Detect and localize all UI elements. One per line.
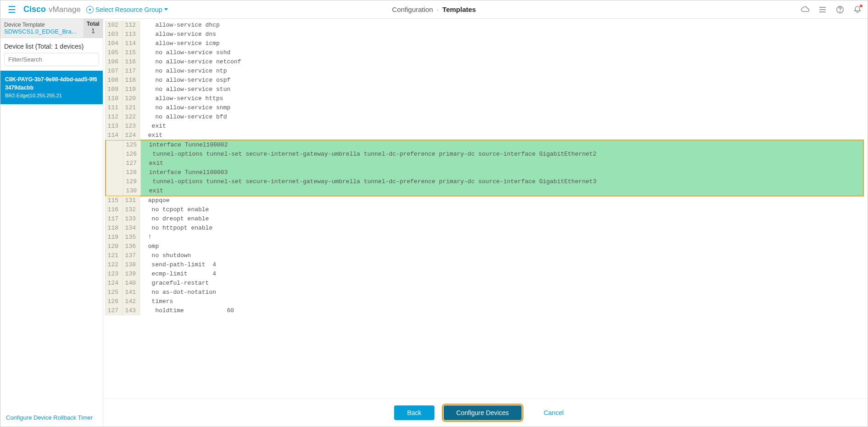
line-number-left: 116 bbox=[105, 205, 122, 214]
filter-search-input[interactable] bbox=[4, 53, 99, 66]
line-number-left: 114 bbox=[105, 131, 122, 140]
diff-code: allow-service icmp bbox=[140, 39, 864, 48]
chevron-down-icon bbox=[164, 8, 168, 11]
svg-point-4 bbox=[840, 11, 840, 11]
line-number-right: 124 bbox=[122, 131, 140, 140]
resource-group-selector[interactable]: Select Resource Group bbox=[86, 6, 168, 13]
diff-line: 105115 no allow-service sshd bbox=[105, 48, 864, 57]
main-content: 102112 allow-service dhcp103113 allow-se… bbox=[103, 19, 868, 427]
diff-line: 127143 holdtime 60 bbox=[105, 306, 864, 315]
line-number-right: 112 bbox=[122, 21, 140, 30]
brand-vmanage: vManage bbox=[49, 5, 81, 14]
line-number-right: 119 bbox=[122, 85, 140, 94]
diff-line: 106116 no allow-service netconf bbox=[105, 57, 864, 67]
diff-line: 112122 no allow-service bfd bbox=[105, 112, 864, 122]
diff-code: no allow-service ntp bbox=[140, 67, 864, 76]
diff-line: 122138 send-path-limit 4 bbox=[105, 260, 864, 270]
diff-code: no allow-service bfd bbox=[140, 112, 864, 122]
line-number-left: 103 bbox=[105, 30, 122, 39]
line-number-left: 102 bbox=[105, 21, 122, 30]
line-number-left: . bbox=[106, 150, 123, 159]
diff-line: 123139 ecmp-limit 4 bbox=[105, 270, 864, 279]
filter-wrap bbox=[0, 53, 103, 71]
line-number-left: . bbox=[106, 159, 123, 168]
diff-line: .127 exit bbox=[106, 159, 863, 168]
diff-line: 114124 exit bbox=[105, 131, 864, 140]
sidebar: Device Template SDWSCS1.0_EDGE_Bra... To… bbox=[0, 19, 103, 427]
line-number-left: 108 bbox=[105, 76, 122, 85]
line-number-left: . bbox=[106, 168, 123, 177]
config-diff-view[interactable]: 102112 allow-service dhcp103113 allow-se… bbox=[103, 19, 868, 399]
brand-cisco: Cisco bbox=[23, 5, 46, 14]
device-list-header: Device list (Total: 1 devices) bbox=[0, 38, 103, 53]
diff-code: allow-service dns bbox=[140, 30, 864, 39]
line-number-left: 124 bbox=[105, 279, 122, 288]
line-number-left: 119 bbox=[105, 233, 122, 242]
line-number-right: 132 bbox=[122, 205, 140, 214]
line-number-right: 130 bbox=[123, 186, 141, 196]
hamburger-menu-icon[interactable]: ☰ bbox=[6, 3, 18, 16]
line-number-left: 122 bbox=[105, 260, 122, 270]
device-template-total: Total 1 bbox=[83, 19, 103, 38]
cloud-icon[interactable] bbox=[801, 5, 810, 14]
diff-line: 103113 allow-service dns bbox=[105, 30, 864, 39]
line-number-left: 112 bbox=[105, 112, 122, 122]
breadcrumb-separator: · bbox=[435, 6, 440, 13]
line-number-left: 121 bbox=[105, 251, 122, 260]
diff-code: allow-service https bbox=[140, 94, 864, 103]
breadcrumb-current: Templates bbox=[442, 6, 476, 13]
notification-dot bbox=[860, 5, 862, 7]
line-number-right: 123 bbox=[122, 122, 140, 131]
diff-line: 108118 no allow-service ospf bbox=[105, 76, 864, 85]
footer-actions: Back Configure Devices Cancel bbox=[103, 399, 868, 427]
diff-code: omp bbox=[140, 242, 864, 251]
line-number-right: 114 bbox=[122, 39, 140, 48]
line-number-right: 131 bbox=[122, 196, 140, 205]
diff-code: no allow-service netconf bbox=[140, 57, 864, 67]
rollback-timer-link[interactable]: Configure Device Rollback Timer bbox=[0, 409, 103, 427]
diff-line: 110120 allow-service https bbox=[105, 94, 864, 103]
diff-line: .129 tunnel-options tunnel-set secure-in… bbox=[106, 177, 863, 186]
line-number-left: . bbox=[106, 140, 123, 150]
diff-code: graceful-restart bbox=[140, 279, 864, 288]
device-template-name[interactable]: SDWSCS1.0_EDGE_Bra... bbox=[4, 28, 78, 35]
line-number-left: 110 bbox=[105, 94, 122, 103]
cancel-button[interactable]: Cancel bbox=[531, 405, 577, 420]
diff-line: 125141 no as-dot-notation bbox=[105, 288, 864, 297]
diff-code: no httpopt enable bbox=[140, 224, 864, 233]
diff-line: 111121 no allow-service snmp bbox=[105, 103, 864, 112]
menu-lines-icon[interactable] bbox=[818, 5, 827, 14]
diff-code: no allow-service snmp bbox=[140, 103, 864, 112]
diff-code: timers bbox=[140, 297, 864, 306]
diff-code: holdtime 60 bbox=[140, 306, 864, 315]
diff-line: .128 interface Tunnel100003 bbox=[106, 168, 863, 177]
back-button[interactable]: Back bbox=[394, 405, 434, 420]
device-template-panel: Device Template SDWSCS1.0_EDGE_Bra... To… bbox=[0, 19, 103, 38]
diff-code: interface Tunnel100003 bbox=[141, 168, 863, 177]
line-number-left: 127 bbox=[105, 306, 122, 315]
line-number-right: 116 bbox=[122, 57, 140, 67]
diff-code: exit bbox=[141, 186, 863, 196]
help-icon[interactable] bbox=[835, 5, 845, 14]
line-number-left: . bbox=[106, 177, 123, 186]
layout: Device Template SDWSCS1.0_EDGE_Bra... To… bbox=[0, 19, 868, 427]
diff-code: ! bbox=[140, 233, 864, 242]
brand: Cisco vManage bbox=[23, 5, 81, 14]
line-number-left: 107 bbox=[105, 67, 122, 76]
diff-line: 115131 appqoe bbox=[105, 196, 864, 205]
diff-line: 124140 graceful-restart bbox=[105, 279, 864, 288]
diff-code: no allow-service stun bbox=[140, 85, 864, 94]
configure-devices-button[interactable]: Configure Devices bbox=[444, 405, 522, 420]
bell-icon[interactable] bbox=[853, 5, 862, 14]
device-id: C8K-PAYG-3b7-9e98-4dbd-aad5-9f63479dacbb bbox=[5, 75, 98, 92]
diff-line: 126142 timers bbox=[105, 297, 864, 306]
selected-device-item[interactable]: C8K-PAYG-3b7-9e98-4dbd-aad5-9f63479dacbb… bbox=[0, 71, 103, 104]
line-number-right: 135 bbox=[122, 233, 140, 242]
line-number-right: 125 bbox=[123, 140, 141, 150]
diff-line: 102112 allow-service dhcp bbox=[105, 21, 864, 30]
line-number-right: 122 bbox=[122, 112, 140, 122]
line-number-left: 117 bbox=[105, 214, 122, 224]
top-bar: ☰ Cisco vManage Select Resource Group Co… bbox=[0, 0, 868, 19]
line-number-right: 118 bbox=[122, 76, 140, 85]
line-number-left: 125 bbox=[105, 288, 122, 297]
